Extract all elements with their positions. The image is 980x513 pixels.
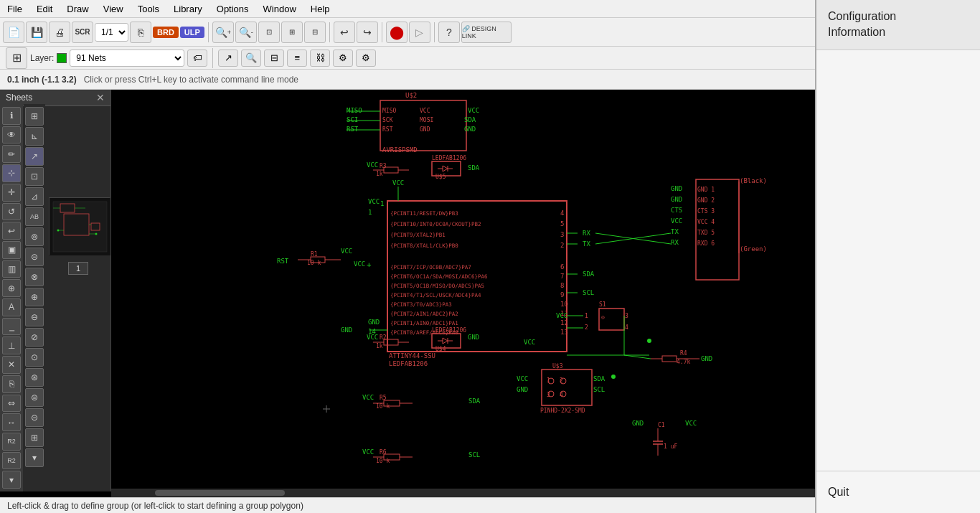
svg-text:TX: TX — [671, 228, 679, 235]
minimize-button[interactable]: ▾ — [2, 471, 21, 489]
lt2-btn10[interactable]: ⊕ — [25, 288, 44, 306]
lt2-btn15[interactable]: ⊜ — [25, 388, 44, 407]
design-link-button[interactable]: 🔗 DESIGN LINK — [461, 22, 512, 43]
zoom-in-button[interactable]: 🔍+ — [212, 22, 234, 43]
svg-text:R6: R6 — [380, 449, 387, 456]
select-button[interactable]: ⊹ — [2, 164, 21, 182]
r2b-button[interactable]: R2 — [2, 452, 21, 470]
coord-display: 0.1 inch (-1.1 3.2) — [7, 75, 77, 85]
zoom-selection-button[interactable]: ⊞ — [281, 22, 303, 43]
svg-text:VCC: VCC — [362, 394, 374, 401]
svg-text:2: 2 — [585, 324, 588, 331]
wire-button[interactable]: ⎯ — [2, 318, 21, 336]
lt2-btn3[interactable]: ↗ — [25, 147, 44, 166]
text-button[interactable]: A — [2, 298, 21, 316]
lt2-btn9[interactable]: ⊗ — [25, 268, 44, 286]
group-button[interactable]: ▣ — [2, 241, 21, 259]
settings2-button[interactable]: ⚙ — [356, 50, 376, 67]
lt2-btn12[interactable]: ⊘ — [25, 328, 44, 347]
menu-view[interactable]: View — [96, 2, 131, 16]
copy-button[interactable]: ⎘ — [130, 22, 151, 43]
lt2-btn11[interactable]: ⊖ — [25, 308, 44, 326]
arrow-button[interactable]: ↗ — [218, 50, 238, 67]
move-button[interactable]: ✛ — [2, 184, 21, 202]
lt2-btn6[interactable]: AB — [25, 207, 44, 226]
hscroll-thumb[interactable] — [155, 490, 286, 496]
sheets-close-button[interactable]: ✕ — [96, 92, 105, 103]
zoom-fit-button[interactable]: ⊡ — [258, 22, 280, 43]
lt2-btn7[interactable]: ⊚ — [25, 227, 44, 246]
zoom-reset-button[interactable]: ⊟ — [304, 22, 326, 43]
quit-button[interactable]: Quit — [828, 486, 849, 498]
add-button[interactable]: ⊕ — [2, 279, 21, 297]
lt2-btn8[interactable]: ⊝ — [25, 248, 44, 266]
menu-library[interactable]: Library — [166, 2, 209, 16]
delete-button[interactable]: ✕ — [2, 356, 21, 374]
eye-button[interactable]: 👁 — [2, 126, 21, 144]
zoom-select[interactable]: 1/1 — [95, 23, 128, 42]
svg-text:VCC: VCC — [368, 198, 380, 205]
lt2-btn1[interactable]: ⊞ — [25, 107, 44, 126]
config-heading-line2: Information — [828, 24, 969, 40]
rotate-button[interactable]: ↺ — [2, 203, 21, 221]
pin-button[interactable]: ⊥ — [2, 336, 21, 354]
chain-button[interactable]: ⛓ — [310, 50, 330, 67]
svg-text:VCC: VCC — [341, 248, 352, 255]
screenshot-button[interactable]: SCR — [72, 22, 93, 43]
menu-tools[interactable]: Tools — [131, 2, 166, 16]
menu-options[interactable]: Options — [209, 2, 256, 16]
magnify-button[interactable]: 🔍 — [241, 50, 261, 67]
new-button[interactable]: 📄 — [3, 22, 24, 43]
copy2-button[interactable]: ⎘ — [2, 375, 21, 393]
stretch-button[interactable]: ↔ — [2, 413, 21, 431]
menu-edit[interactable]: Edit — [29, 2, 60, 16]
svg-text:GND: GND — [468, 334, 479, 341]
menu-draw[interactable]: Draw — [60, 2, 95, 16]
settings-button[interactable]: ⚙ — [333, 50, 353, 67]
lt2-btn4[interactable]: ⊡ — [25, 167, 44, 186]
lt2-btn13[interactable]: ⊙ — [25, 348, 44, 367]
run-button[interactable]: ▷ — [409, 22, 430, 43]
r2-button[interactable]: R2 — [2, 433, 21, 451]
lt2-btn16[interactable]: ⊝ — [25, 408, 44, 427]
svg-text:U$5: U$5 — [435, 174, 446, 180]
align2-button[interactable]: ≡ — [287, 50, 307, 67]
lt2-btn14[interactable]: ⊛ — [25, 368, 44, 387]
redo-button[interactable]: ↪ — [357, 22, 378, 43]
menu-help[interactable]: Help — [303, 2, 337, 16]
lt2-btn17[interactable]: ⊞ — [25, 428, 44, 447]
ungroup-button[interactable]: ▥ — [2, 260, 21, 278]
menu-window[interactable]: Window — [256, 2, 303, 16]
sep4 — [434, 22, 435, 42]
sep5 — [212, 48, 213, 68]
ulp-badge[interactable]: ULP — [180, 27, 204, 38]
brd-badge[interactable]: BRD — [153, 27, 179, 38]
undo-button[interactable]: ↩ — [334, 22, 355, 43]
svg-text:4: 4 — [560, 392, 563, 398]
save-button[interactable]: 💾 — [26, 22, 47, 43]
edit-button[interactable]: ✏ — [2, 145, 21, 163]
svg-text:4: 4 — [625, 324, 628, 331]
svg-text:SDA: SDA — [583, 270, 595, 278]
lt2-btn2[interactable]: ⊾ — [25, 127, 44, 146]
svg-text:1k: 1k — [376, 171, 383, 177]
zoom-out-button[interactable]: 🔍- — [235, 22, 257, 43]
help-button[interactable]: ? — [438, 22, 460, 43]
lt2-btn18[interactable]: ▾ — [25, 448, 44, 467]
sheet-number[interactable]: 1 — [68, 262, 88, 275]
mirror-button[interactable]: ⇔ — [2, 395, 21, 413]
tag-button[interactable]: 🏷 — [187, 50, 207, 67]
stop-button[interactable]: ⬤ — [386, 22, 407, 43]
layer-label: Layer: — [30, 53, 54, 63]
layer-select[interactable]: 91 Nets — [70, 50, 184, 67]
svg-text:12: 12 — [560, 319, 568, 326]
svg-text:SCK: SCK — [382, 117, 393, 123]
info-button[interactable]: ℹ — [2, 107, 21, 125]
lt2-btn5[interactable]: ⊿ — [25, 187, 44, 206]
print-button[interactable]: 🖨 — [49, 22, 70, 43]
grid-button[interactable]: ⊞ — [6, 47, 27, 69]
menu-file[interactable]: File — [0, 2, 29, 16]
align-button[interactable]: ⊟ — [264, 50, 284, 67]
svg-text:{PCINT11/RESET/DW}PB3: {PCINT11/RESET/DW}PB3 — [390, 210, 458, 217]
undo2-button[interactable]: ↩ — [2, 222, 21, 240]
